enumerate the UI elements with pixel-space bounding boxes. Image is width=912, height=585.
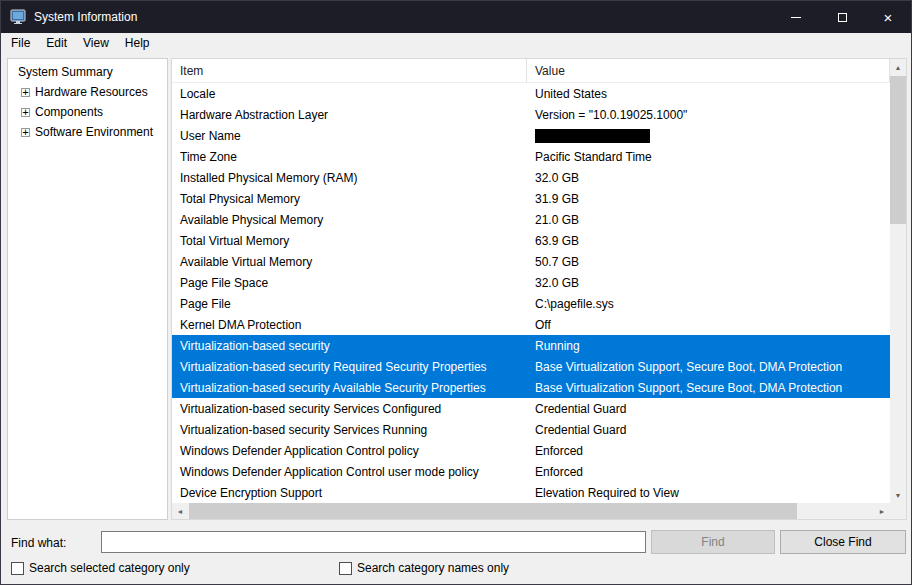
expand-icon[interactable]: +	[21, 108, 30, 117]
table-row[interactable]: Virtualization-based security Required S…	[172, 356, 890, 377]
value-cell: 32.0 GB	[527, 276, 890, 290]
tree-item-label: Hardware Resources	[35, 85, 148, 99]
item-cell: Device Encryption Support	[172, 486, 527, 500]
tree-item-hardware-resources[interactable]: +Hardware Resources	[8, 82, 167, 102]
value-cell: Pacific Standard Time	[527, 150, 890, 164]
scroll-down-icon[interactable]: ▼	[890, 487, 906, 503]
value-cell: 32.0 GB	[527, 171, 890, 185]
item-cell: Total Virtual Memory	[172, 234, 527, 248]
value-cell: Base Virtualization Support, Secure Boot…	[527, 360, 890, 374]
item-cell: Windows Defender Application Control pol…	[172, 444, 527, 458]
column-header-item[interactable]: Item	[172, 59, 527, 82]
info-list: Item Value LocaleUnited StatesHardware A…	[171, 58, 907, 520]
close-icon: ×	[884, 10, 893, 25]
maximize-button[interactable]	[819, 1, 865, 33]
value-cell: 50.7 GB	[527, 255, 890, 269]
value-cell: Off	[527, 318, 890, 332]
tree-item-components[interactable]: +Components	[8, 102, 167, 122]
vertical-scrollbar[interactable]: ▲ ▼	[890, 59, 906, 503]
item-cell: Total Physical Memory	[172, 192, 527, 206]
table-row[interactable]: Total Virtual Memory63.9 GB	[172, 230, 890, 251]
item-cell: Available Virtual Memory	[172, 255, 527, 269]
redacted-value	[535, 129, 650, 143]
list-body: LocaleUnited StatesHardware Abstraction …	[172, 83, 890, 503]
item-cell: Hardware Abstraction Layer	[172, 108, 527, 122]
vertical-scrollbar-thumb[interactable]	[890, 76, 906, 224]
menubar: FileEditViewHelp	[1, 33, 911, 54]
find-what-label: Find what:	[11, 536, 66, 550]
find-input[interactable]	[101, 531, 646, 553]
table-row[interactable]: Total Physical Memory31.9 GB	[172, 188, 890, 209]
find-bar: Find what: Find Close Find	[1, 530, 911, 556]
item-cell: Installed Physical Memory (RAM)	[172, 171, 527, 185]
window-controls: ×	[773, 1, 911, 33]
value-cell: Enforced	[527, 465, 890, 479]
table-row[interactable]: Kernel DMA ProtectionOff	[172, 314, 890, 335]
minimize-button[interactable]	[773, 1, 819, 33]
app-icon	[10, 9, 26, 25]
table-row[interactable]: LocaleUnited States	[172, 83, 890, 104]
item-cell: Time Zone	[172, 150, 527, 164]
value-cell	[527, 128, 890, 143]
item-cell: Locale	[172, 87, 527, 101]
table-row[interactable]: Available Virtual Memory50.7 GB	[172, 251, 890, 272]
minimize-icon	[791, 17, 801, 18]
horizontal-scrollbar[interactable]: ◄ ►	[172, 503, 890, 519]
table-row[interactable]: Installed Physical Memory (RAM)32.0 GB	[172, 167, 890, 188]
window-title: System Information	[34, 10, 137, 24]
item-cell: User Name	[172, 129, 527, 143]
table-row[interactable]: Windows Defender Application Control use…	[172, 461, 890, 482]
search-category-names-label: Search category names only	[357, 561, 509, 575]
close-find-button[interactable]: Close Find	[780, 530, 906, 554]
tree-item-system-summary[interactable]: System Summary	[8, 62, 167, 82]
value-cell: C:\pagefile.sys	[527, 297, 890, 311]
close-button[interactable]: ×	[865, 1, 911, 33]
search-category-names-checkbox[interactable]	[339, 562, 352, 575]
item-cell: Virtualization-based security Services R…	[172, 423, 527, 437]
menu-edit[interactable]: Edit	[38, 33, 75, 54]
search-options-row: Search selected category only Search cat…	[1, 561, 911, 581]
scroll-left-icon[interactable]: ◄	[172, 503, 188, 519]
search-selected-category-option: Search selected category only	[11, 561, 190, 575]
column-header-value[interactable]: Value	[527, 59, 890, 82]
value-cell: Credential Guard	[527, 423, 890, 437]
search-category-names-option: Search category names only	[339, 561, 509, 575]
table-row[interactable]: Available Physical Memory21.0 GB	[172, 209, 890, 230]
item-cell: Kernel DMA Protection	[172, 318, 527, 332]
value-cell: 31.9 GB	[527, 192, 890, 206]
table-row[interactable]: Device Encryption SupportElevation Requi…	[172, 482, 890, 503]
table-row[interactable]: Page FileC:\pagefile.sys	[172, 293, 890, 314]
table-row[interactable]: Time ZonePacific Standard Time	[172, 146, 890, 167]
expand-icon[interactable]: +	[21, 88, 30, 97]
search-selected-category-label: Search selected category only	[29, 561, 190, 575]
table-row[interactable]: Virtualization-based security Services C…	[172, 398, 890, 419]
table-row[interactable]: Virtualization-based security Available …	[172, 377, 890, 398]
tree-item-label: Software Environment	[35, 125, 153, 139]
value-cell: Base Virtualization Support, Secure Boot…	[527, 381, 890, 395]
find-button[interactable]: Find	[651, 530, 775, 554]
table-row[interactable]: User Name	[172, 125, 890, 146]
value-cell: Elevation Required to View	[527, 486, 890, 500]
value-cell: Version = "10.0.19025.1000"	[527, 108, 890, 122]
table-row[interactable]: Virtualization-based security Services R…	[172, 419, 890, 440]
item-cell: Virtualization-based security Required S…	[172, 360, 527, 374]
scroll-right-icon[interactable]: ►	[874, 503, 890, 519]
horizontal-scrollbar-thumb[interactable]	[189, 503, 797, 519]
table-row[interactable]: Virtualization-based securityRunning	[172, 335, 890, 356]
table-row[interactable]: Page File Space32.0 GB	[172, 272, 890, 293]
expand-icon[interactable]: +	[21, 128, 30, 137]
maximize-icon	[838, 13, 847, 22]
menu-file[interactable]: File	[3, 33, 38, 54]
menu-view[interactable]: View	[75, 33, 117, 54]
search-selected-category-checkbox[interactable]	[11, 562, 24, 575]
category-tree: System Summary +Hardware Resources+Compo…	[7, 58, 168, 520]
table-row[interactable]: Hardware Abstraction LayerVersion = "10.…	[172, 104, 890, 125]
table-row[interactable]: Windows Defender Application Control pol…	[172, 440, 890, 461]
titlebar: System Information ×	[1, 1, 911, 33]
value-cell: 63.9 GB	[527, 234, 890, 248]
scroll-up-icon[interactable]: ▲	[890, 59, 906, 75]
menu-help[interactable]: Help	[117, 33, 158, 54]
tree-item-software-environment[interactable]: +Software Environment	[8, 122, 167, 142]
item-cell: Page File Space	[172, 276, 527, 290]
item-cell: Virtualization-based security	[172, 339, 527, 353]
